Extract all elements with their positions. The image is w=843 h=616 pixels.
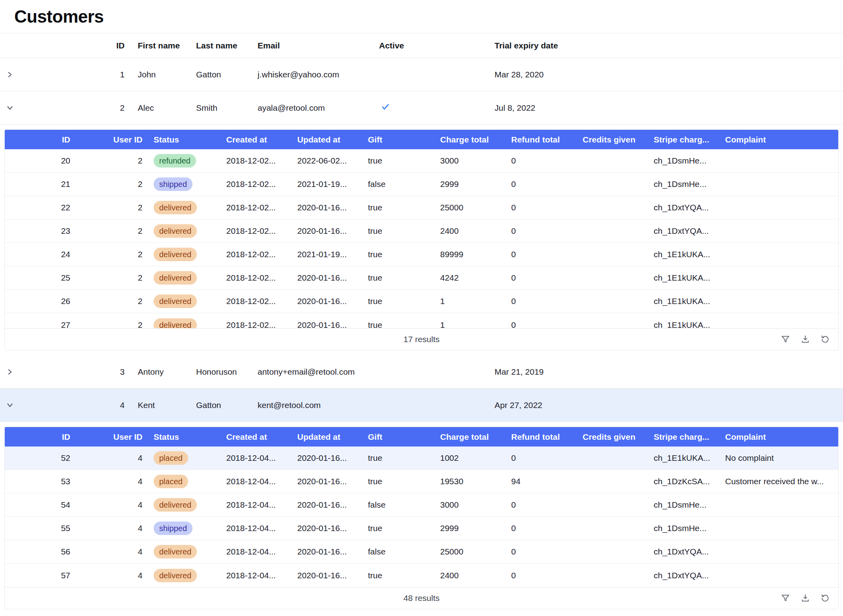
order-id: 54 — [5, 500, 70, 510]
orders-table-body: 524placed2018-12-04...2020-01-16...true1… — [5, 447, 838, 587]
order-row[interactable]: 574delivered2018-12-04...2020-01-16...tr… — [5, 564, 838, 587]
column-header-first-name: First name — [125, 41, 196, 50]
order-created-at: 2018-12-02... — [226, 296, 297, 306]
orders-table-header: IDUser IDStatusCreated atUpdated atGiftC… — [5, 130, 838, 149]
order-row[interactable]: 212shipped2018-12-02...2021-01-19...fals… — [5, 173, 838, 196]
orders-column-header-gift: Gift — [368, 135, 440, 144]
download-icon[interactable] — [800, 334, 810, 345]
customer-email: antony+email@retool.com — [258, 367, 379, 377]
order-user-id: 2 — [70, 273, 142, 283]
order-row[interactable]: 202refunded2018-12-02...2022-06-02...tru… — [5, 149, 838, 173]
order-complaint: No complaint — [725, 453, 838, 463]
orders-table-scroll-area[interactable]: IDUser IDStatusCreated atUpdated atGiftC… — [5, 130, 838, 328]
customer-row[interactable]: 3 Antony Honoruson antony+email@retool.c… — [0, 355, 843, 389]
order-id: 27 — [5, 320, 70, 329]
orders-table-scroll-area[interactable]: IDUser IDStatusCreated atUpdated atGiftC… — [5, 427, 838, 587]
orders-column-header-created-at: Created at — [226, 135, 297, 144]
order-created-at: 2018-12-04... — [226, 547, 297, 556]
orders-column-header-created-at: Created at — [226, 432, 297, 442]
order-updated-at: 2020-01-16... — [297, 500, 368, 510]
order-stripe-charge: ch_1E1kUKA... — [654, 296, 725, 306]
customer-last-name: Smith — [196, 103, 258, 113]
chevron-down-icon[interactable] — [6, 104, 14, 112]
filter-icon[interactable] — [780, 593, 791, 603]
order-stripe-charge: ch_1DsmHe... — [654, 500, 725, 510]
order-row[interactable]: 524placed2018-12-04...2020-01-16...true1… — [5, 447, 838, 470]
order-charge-total: 2400 — [440, 571, 511, 580]
status-badge: delivered — [154, 271, 197, 285]
order-charge-total: 2400 — [440, 226, 511, 236]
order-charge-total: 3000 — [440, 156, 511, 166]
orders-column-header-stripe-charge: Stripe charg... — [654, 432, 725, 442]
order-row[interactable]: 554shipped2018-12-04...2020-01-16...true… — [5, 517, 838, 540]
customers-table-header: ID First name Last name Email Active Tri… — [0, 33, 843, 58]
order-refund-total: 0 — [511, 250, 583, 259]
order-created-at: 2018-12-04... — [226, 524, 297, 533]
chevron-down-icon[interactable] — [6, 401, 14, 410]
order-gift: true — [368, 296, 440, 306]
order-gift: false — [368, 179, 440, 189]
chevron-right-icon[interactable] — [6, 368, 14, 376]
order-charge-total: 2999 — [440, 524, 511, 533]
order-row[interactable]: 222delivered2018-12-02...2020-01-16...tr… — [5, 196, 838, 219]
order-refund-total: 0 — [511, 156, 583, 166]
order-row[interactable]: 252delivered2018-12-02...2020-01-16...tr… — [5, 266, 838, 290]
order-stripe-charge: ch_1E1kUKA... — [654, 320, 725, 329]
refresh-icon[interactable] — [820, 593, 830, 603]
order-user-id: 2 — [70, 203, 142, 212]
status-badge: delivered — [154, 545, 197, 558]
page-title: Customers — [14, 7, 104, 27]
download-icon[interactable] — [800, 593, 810, 603]
filter-icon[interactable] — [780, 334, 791, 345]
order-row[interactable]: 262delivered2018-12-02...2020-01-16...tr… — [5, 290, 838, 313]
order-user-id: 4 — [70, 500, 142, 510]
customer-row[interactable]: 2 Alec Smith ayala@retool.com Jul 8, 202… — [0, 91, 843, 125]
customer-email: kent@retool.com — [258, 400, 379, 410]
chevron-right-icon[interactable] — [6, 70, 14, 79]
orders-column-header-user-id: User ID — [70, 432, 142, 442]
order-refund-total: 0 — [511, 500, 583, 510]
customer-row[interactable]: 4 Kent Gatton kent@retool.com Apr 27, 20… — [0, 389, 843, 422]
order-stripe-charge: ch_1DxtYQA... — [654, 571, 725, 580]
status-badge: placed — [154, 451, 188, 465]
order-user-id: 2 — [70, 296, 142, 306]
order-row[interactable]: 544delivered2018-12-04...2020-01-16...fa… — [5, 493, 838, 517]
customer-row[interactable]: 1 John Gatton j.whisker@yahoo.com Mar 28… — [0, 58, 843, 91]
order-row[interactable]: 564delivered2018-12-04...2020-01-16...fa… — [5, 540, 838, 564]
order-created-at: 2018-12-02... — [226, 179, 297, 189]
order-id: 23 — [5, 226, 70, 236]
orders-table: IDUser IDStatusCreated atUpdated atGiftC… — [4, 129, 839, 350]
order-id: 21 — [5, 179, 70, 189]
order-row[interactable]: 242delivered2018-12-02...2021-01-19...tr… — [5, 243, 838, 266]
order-status-cell: delivered — [142, 318, 226, 329]
customer-trial-expiry: Mar 28, 2020 — [495, 70, 843, 79]
order-updated-at: 2022-06-02... — [297, 156, 368, 166]
order-updated-at: 2020-01-16... — [297, 453, 368, 463]
order-id: 55 — [5, 524, 70, 533]
order-row[interactable]: 232delivered2018-12-02...2020-01-16...tr… — [5, 219, 838, 243]
refresh-icon[interactable] — [820, 334, 830, 345]
order-id: 26 — [5, 296, 70, 306]
column-header-id: ID — [24, 41, 125, 50]
column-header-trial-expiry-date: Trial expiry date — [495, 41, 843, 50]
order-charge-total: 19530 — [440, 477, 511, 486]
order-user-id: 2 — [70, 320, 142, 329]
order-stripe-charge: ch_1E1kUKA... — [654, 273, 725, 283]
page-header: Customers — [0, 0, 843, 33]
order-row[interactable]: 272delivered2018-12-02...2020-01-16...tr… — [5, 313, 838, 328]
status-badge: delivered — [154, 201, 197, 214]
order-status-cell: placed — [142, 451, 226, 465]
status-badge: placed — [154, 475, 188, 488]
customer-id: 1 — [24, 70, 125, 79]
order-user-id: 4 — [70, 524, 142, 533]
order-gift: true — [368, 156, 440, 166]
order-row[interactable]: 534placed2018-12-04...2020-01-16...true1… — [5, 470, 838, 493]
order-charge-total: 89999 — [440, 250, 511, 259]
orders-column-header-credits-given: Credits given — [583, 135, 654, 144]
order-created-at: 2018-12-04... — [226, 453, 297, 463]
order-stripe-charge: ch_1E1kUKA... — [654, 453, 725, 463]
order-user-id: 4 — [70, 453, 142, 463]
status-badge: delivered — [154, 569, 197, 582]
order-id: 24 — [5, 250, 70, 259]
orders-column-header-charge-total: Charge total — [440, 135, 511, 144]
